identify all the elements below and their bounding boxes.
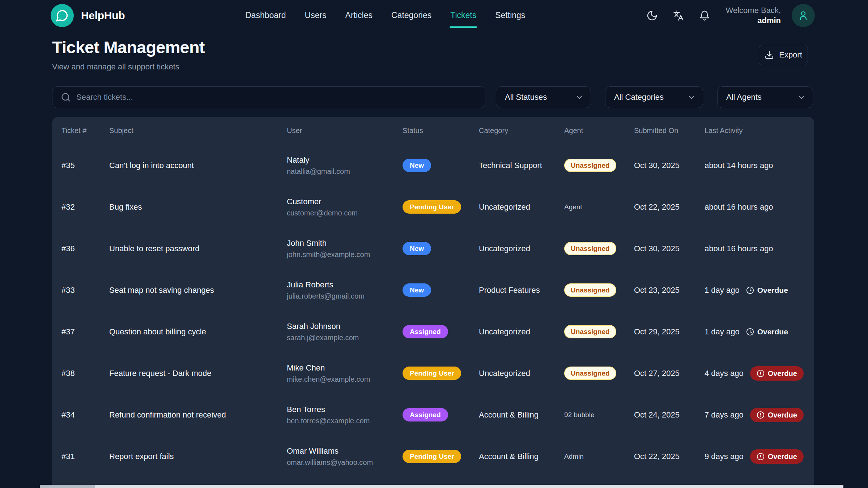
- ticket-agent-cell: Agent: [564, 203, 634, 211]
- last-activity-time: about 16 hours ago: [705, 244, 773, 253]
- user-name: Customer: [287, 197, 403, 206]
- overdue-indicator: Overdue: [746, 328, 788, 336]
- chevron-down-icon: [687, 93, 696, 102]
- user-name: Nataly: [287, 155, 403, 165]
- ticket-id: #33: [61, 286, 109, 295]
- last-activity-cell: about 14 hours ago: [705, 161, 807, 170]
- overdue-badge: Overdue: [750, 408, 804, 422]
- submitted-date: Oct 27, 2025: [634, 369, 705, 378]
- ticket-user: Customer customer@demo.com: [287, 197, 403, 217]
- ticket-status-cell: Assigned: [403, 325, 479, 338]
- export-label: Export: [779, 50, 802, 60]
- download-icon: [765, 50, 774, 60]
- ticket-user: Ben Torres ben.torres@example.com: [287, 405, 403, 425]
- overdue-label: Overdue: [757, 328, 788, 336]
- status-badge: Assigned: [403, 408, 448, 421]
- scrollbar-thumb[interactable]: [40, 485, 95, 488]
- overdue-label: Overdue: [768, 453, 797, 460]
- category-filter-dropdown[interactable]: All Categories: [605, 86, 703, 108]
- status-badge: Pending User: [403, 367, 461, 380]
- table-row[interactable]: #33 Seat map not saving changes Julia Ro…: [52, 269, 814, 311]
- table-row[interactable]: #32 Bug fixes Customer customer@demo.com…: [52, 186, 814, 228]
- ticket-user: Sarah Johnson sarah.j@example.com: [287, 322, 403, 342]
- overdue-label: Overdue: [768, 370, 797, 377]
- column-header: Submitted On: [634, 127, 705, 135]
- agent-unassigned-badge: Unassigned: [564, 325, 616, 338]
- table-body: #35 Can't log in into account Nataly nat…: [52, 145, 814, 477]
- notifications-button[interactable]: [697, 8, 712, 23]
- table-row[interactable]: #37 Question about billing cycle Sarah J…: [52, 311, 814, 352]
- overdue-badge: Overdue: [750, 366, 804, 381]
- submitted-date: Oct 22, 2025: [634, 202, 705, 212]
- nav-item-tickets[interactable]: Tickets: [450, 0, 477, 31]
- table-row[interactable]: #38 Feature request - Dark mode Mike Che…: [52, 352, 814, 394]
- user-email: mike.chen@example.com: [287, 375, 403, 384]
- ticket-category: Uncategorized: [479, 327, 564, 337]
- ticket-status-cell: New: [403, 159, 479, 172]
- table-row[interactable]: #34 Refund confirmation not received Ben…: [52, 394, 814, 436]
- page-title: Ticket Management: [52, 37, 205, 57]
- last-activity-time: 9 days ago: [705, 452, 744, 461]
- brand-name: HelpHub: [81, 9, 125, 22]
- nav-item-articles[interactable]: Articles: [345, 0, 373, 31]
- ticket-user: Mike Chen mike.chen@example.com: [287, 363, 403, 384]
- agent-filter-dropdown[interactable]: All Agents: [717, 86, 813, 108]
- category-filter-value: All Categories: [614, 93, 664, 102]
- ticket-id: #32: [61, 202, 109, 212]
- column-header: Agent: [564, 127, 634, 135]
- ticket-agent-cell: 92 bubble: [564, 411, 634, 419]
- ticket-category: Account & Billing: [479, 410, 564, 420]
- ticket-status-cell: Assigned: [403, 408, 479, 421]
- agent-unassigned-badge: Unassigned: [564, 242, 616, 255]
- ticket-id: #34: [61, 410, 109, 420]
- ticket-category: Account & Billing: [479, 452, 564, 461]
- table-row[interactable]: #35 Can't log in into account Nataly nat…: [52, 145, 814, 186]
- ticket-category: Technical Support: [479, 161, 564, 170]
- status-filter-dropdown[interactable]: All Statuses: [496, 86, 591, 108]
- submitted-date: Oct 29, 2025: [634, 327, 705, 337]
- status-badge: Pending User: [403, 450, 461, 463]
- avatar[interactable]: [792, 4, 815, 27]
- ticket-agent-cell: Unassigned: [564, 325, 634, 338]
- submitted-date: Oct 22, 2025: [634, 452, 705, 461]
- user-name: Ben Torres: [287, 405, 403, 414]
- ticket-category: Uncategorized: [479, 202, 564, 212]
- table-row[interactable]: #36 Unable to reset password John Smith …: [52, 228, 814, 269]
- export-button[interactable]: Export: [759, 45, 808, 65]
- user-email: john.smith@example.com: [287, 251, 403, 259]
- table-row[interactable]: #31 Report export fails Omar Williams om…: [52, 436, 814, 477]
- page-subtitle: View and manage all support tickets: [52, 62, 179, 72]
- column-header: Last Activity: [705, 127, 807, 135]
- language-button[interactable]: [671, 8, 686, 23]
- ticket-id: #37: [61, 327, 109, 337]
- user-name: Julia Roberts: [287, 280, 403, 290]
- last-activity-time: 1 day ago: [705, 286, 740, 295]
- horizontal-scrollbar[interactable]: [40, 485, 843, 488]
- agent-name: Admin: [564, 453, 584, 460]
- ticket-id: #38: [61, 369, 109, 378]
- status-badge: Assigned: [403, 325, 448, 338]
- tickets-table: Ticket #SubjectUserStatusCategoryAgentSu…: [52, 117, 814, 488]
- bell-icon: [699, 10, 710, 21]
- user-name: Sarah Johnson: [287, 322, 403, 331]
- nav-item-users[interactable]: Users: [304, 0, 327, 31]
- ticket-category: Uncategorized: [479, 244, 564, 253]
- theme-toggle-button[interactable]: [644, 8, 660, 23]
- ticket-category: Uncategorized: [479, 369, 564, 378]
- last-activity-cell: about 16 hours ago: [705, 244, 807, 253]
- ticket-agent-cell: Admin: [564, 453, 634, 461]
- submitted-date: Oct 23, 2025: [634, 286, 705, 295]
- ticket-status-cell: New: [403, 242, 479, 255]
- user-name: Omar Williams: [287, 446, 403, 456]
- brand[interactable]: HelpHub: [51, 0, 125, 31]
- user-icon: [798, 10, 809, 21]
- nav-item-categories[interactable]: Categories: [391, 0, 432, 31]
- user-email: natallia@gmail.com: [287, 167, 403, 176]
- search-input[interactable]: [52, 86, 485, 108]
- ticket-subject: Bug fixes: [109, 202, 287, 212]
- chevron-down-icon: [575, 93, 584, 102]
- search-icon: [61, 92, 71, 102]
- nav-item-settings[interactable]: Settings: [494, 0, 526, 31]
- nav-item-dashboard[interactable]: Dashboard: [244, 0, 287, 31]
- ticket-status-cell: New: [403, 283, 479, 297]
